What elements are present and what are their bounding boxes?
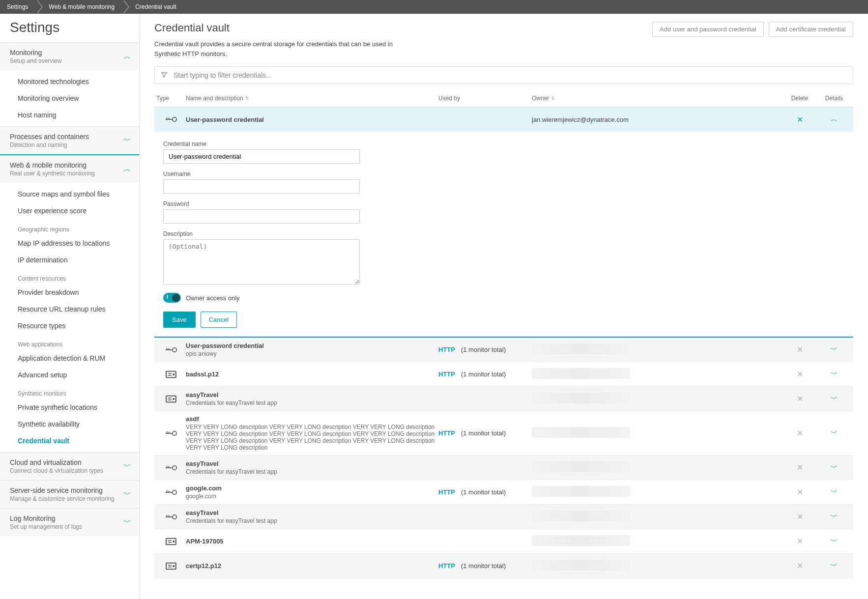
row-description: opis aniowy (186, 350, 438, 357)
expand-button[interactable]: ﹀ (817, 395, 851, 403)
row-name: User-password credential (186, 342, 438, 349)
owner-access-toggle[interactable]: I (163, 293, 181, 303)
sidebar-section-web-mobile-monitoring[interactable]: Web & mobile monitoringReal user & synth… (0, 155, 139, 183)
row-description: Credentials for easyTravel test app (186, 399, 438, 406)
add-user-password-button[interactable]: Add user and password credential (652, 22, 764, 37)
col-owner[interactable]: Owner⇅ (532, 95, 782, 102)
expand-button[interactable]: ﹀ (817, 370, 851, 379)
password-input[interactable] (163, 209, 360, 224)
sidebar-item[interactable]: Host naming (0, 107, 139, 123)
sidebar-item[interactable]: Advanced setup (0, 367, 139, 383)
delete-button[interactable]: ✕ (782, 428, 817, 438)
key-icon (156, 345, 186, 354)
delete-button[interactable]: ✕ (782, 394, 817, 403)
sidebar-section-cloud-and-virtualization[interactable]: Cloud and virtualizationConnect cloud & … (0, 453, 139, 480)
sidebar-item[interactable]: Map IP addresses to locations (0, 235, 139, 252)
breadcrumb-item[interactable]: Credential vault (123, 0, 185, 14)
description-label: Description (163, 230, 849, 237)
usedby-link[interactable]: HTTP (438, 562, 455, 570)
row-owner (532, 511, 782, 523)
sidebar-item[interactable]: User experience score (0, 202, 139, 219)
col-details: Details (817, 95, 851, 102)
sidebar-item[interactable]: Source maps and symbol files (0, 186, 139, 202)
breadcrumb-item[interactable]: Web & mobile monitoring (37, 0, 123, 14)
usedby-link[interactable]: HTTP (438, 488, 455, 496)
sidebar-section-monitoring[interactable]: MonitoringSetup and overview ︿ (0, 43, 139, 70)
sidebar-section-log-monitoring[interactable]: Log MonitoringSet up management of logs … (0, 509, 139, 536)
delete-button[interactable]: ✕ (782, 487, 817, 497)
sidebar-item[interactable]: Monitored technologies (0, 73, 139, 90)
svg-point-15 (173, 398, 174, 399)
close-icon: ✕ (797, 370, 803, 379)
password-label: Password (163, 200, 849, 207)
sidebar-item[interactable]: Synthetic availability (0, 416, 139, 432)
row-usedby: HTTP(1 monitor total) (438, 488, 532, 496)
delete-button[interactable]: ✕ (782, 512, 817, 521)
row-usedby: HTTP(1 monitor total) (438, 429, 532, 437)
key-icon (156, 513, 186, 521)
row-name: easyTravel (186, 391, 438, 399)
breadcrumb-item[interactable]: Settings (0, 0, 37, 14)
sidebar-section-server-side-service-monitoring[interactable]: Server-side service monitoringManage & c… (0, 481, 139, 508)
sidebar-item[interactable]: Resource URL cleanup rules (0, 301, 139, 317)
svg-point-28 (173, 514, 176, 518)
cancel-button[interactable]: Cancel (201, 312, 237, 328)
key-icon (156, 429, 186, 438)
settings-sidebar: Settings MonitoringSetup and overview ︿M… (0, 14, 140, 599)
key-icon (156, 115, 186, 124)
expand-button[interactable]: ﹀ (817, 488, 851, 497)
row-description: google.com (186, 493, 438, 500)
table-row: badssl.p12HTTP(1 monitor total)✕﹀ (154, 362, 853, 387)
svg-point-0 (173, 117, 176, 121)
svg-point-11 (173, 373, 174, 375)
chevron-up-icon: ︿ (123, 52, 131, 62)
chevron-down-icon: ﹀ (831, 562, 838, 570)
add-certificate-button[interactable]: Add certificate credential (769, 22, 853, 37)
table-row: easyTravelCredentials for easyTravel tes… (154, 387, 853, 411)
expand-button[interactable]: ﹀ (817, 345, 851, 354)
credname-label: Credential name (163, 141, 849, 147)
usedby-link[interactable]: HTTP (438, 346, 455, 353)
filter-box[interactable] (154, 66, 853, 84)
credname-input[interactable] (163, 149, 360, 164)
sidebar-item[interactable]: Resource types (0, 317, 139, 334)
collapse-button[interactable]: ︿ (817, 115, 851, 124)
expand-button[interactable]: ﹀ (817, 463, 851, 472)
delete-button[interactable]: ✕ (782, 463, 817, 472)
save-button[interactable]: Save (163, 312, 196, 328)
sidebar-item[interactable]: Credential vault (0, 432, 139, 449)
description-input[interactable] (163, 239, 360, 285)
chevron-down-icon: ﹀ (831, 537, 838, 546)
expand-button[interactable]: ﹀ (817, 429, 851, 438)
delete-button[interactable]: ✕ (782, 345, 817, 354)
expand-button[interactable]: ﹀ (817, 562, 851, 570)
username-label: Username (163, 171, 849, 177)
main-content: Credential vault Credential vault provid… (140, 14, 868, 599)
delete-button[interactable]: ✕ (782, 537, 817, 546)
usedby-link[interactable]: HTTP (438, 371, 455, 378)
expand-button[interactable]: ﹀ (817, 513, 851, 521)
chevron-down-icon: ﹀ (123, 489, 131, 500)
table-row: APM-197005✕﹀ (154, 529, 853, 554)
sidebar-item[interactable]: Application detection & RUM (0, 350, 139, 367)
owner-access-label: Owner access only (186, 294, 240, 302)
delete-button[interactable]: ✕ (782, 115, 817, 124)
usedby-link[interactable]: HTTP (438, 429, 455, 437)
sidebar-item[interactable]: Private synthetic locations (0, 399, 139, 416)
table-row-expanded: User-password credential jan.wieremjewic… (154, 107, 853, 132)
close-icon: ✕ (797, 537, 803, 546)
filter-input[interactable] (173, 71, 847, 80)
chevron-down-icon: ﹀ (831, 345, 838, 354)
sort-icon: ⇅ (245, 96, 249, 101)
sidebar-section-processes-and-containers[interactable]: Processes and containersDetection and na… (0, 127, 139, 154)
sidebar-item[interactable]: IP determination (0, 252, 139, 268)
sidebar-item[interactable]: Monitoring overview (0, 90, 139, 107)
expand-button[interactable]: ﹀ (817, 537, 851, 546)
delete-button[interactable]: ✕ (782, 370, 817, 379)
col-name[interactable]: Name and description⇅ (186, 95, 438, 102)
chevron-down-icon: ﹀ (123, 461, 131, 472)
delete-button[interactable]: ✕ (782, 561, 817, 570)
sidebar-item[interactable]: Provider breakdown (0, 284, 139, 301)
certificate-icon (156, 395, 186, 403)
username-input[interactable] (163, 179, 360, 194)
